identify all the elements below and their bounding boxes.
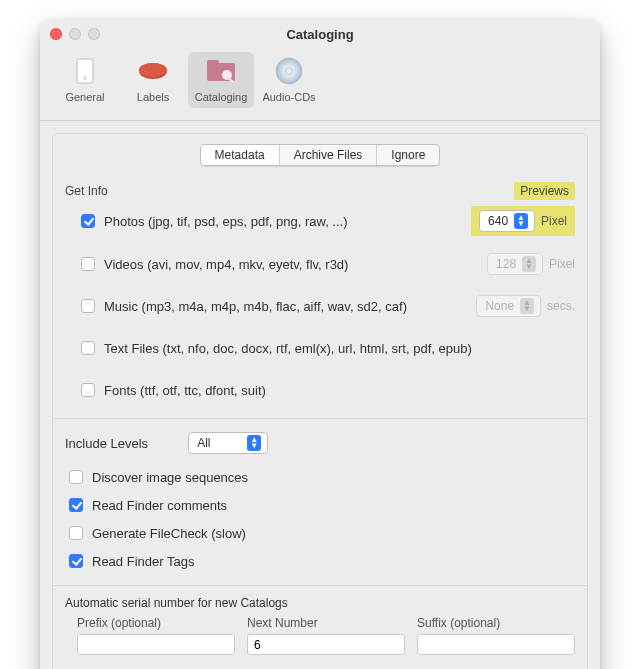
divider: [53, 418, 587, 419]
svg-point-3: [139, 63, 167, 77]
discover-sequences-checkbox[interactable]: Discover image sequences: [65, 467, 248, 487]
get-info-section: Get Info Previews Photos (jpg, tif, psd,…: [65, 178, 575, 404]
toolbar-cataloging[interactable]: Cataloging: [188, 52, 254, 108]
window-controls: [50, 28, 100, 40]
tab-archive[interactable]: Archive Files: [280, 145, 378, 165]
text-checkbox-input[interactable]: [81, 341, 95, 355]
serial-prefix-input[interactable]: [77, 634, 235, 655]
photos-unit: Pixel: [541, 214, 567, 228]
discover-sequences-input[interactable]: [69, 470, 83, 484]
toolbar-audio[interactable]: Audio-CDs: [256, 52, 322, 108]
fonts-checkbox-input[interactable]: [81, 383, 95, 397]
get-info-header: Get Info: [65, 184, 108, 198]
sub-tabs: Metadata Archive Files Ignore: [65, 144, 575, 166]
serial-next-input[interactable]: [247, 634, 405, 655]
discover-sequences-label: Discover image sequences: [92, 470, 248, 485]
stepper-arrows-icon: ▲▼: [514, 213, 528, 229]
preferences-window: Cataloging General Labels Cataloging Aud…: [40, 20, 600, 669]
previews-header: Previews: [520, 184, 569, 198]
music-unit: secs.: [547, 299, 575, 313]
general-icon: [69, 55, 101, 87]
toolbar-general-label: General: [65, 91, 104, 103]
svg-point-1: [83, 76, 87, 80]
filecheck-input[interactable]: [69, 526, 83, 540]
photos-label: Photos (jpg, tif, psd, eps, pdf, png, ra…: [104, 214, 348, 229]
select-arrows-icon: ▲▼: [520, 298, 534, 314]
serial-next-label: Next Number: [247, 616, 405, 630]
titlebar: Cataloging: [40, 20, 600, 48]
photos-preview-value: 640: [488, 214, 508, 228]
tab-metadata[interactable]: Metadata: [201, 145, 280, 165]
include-levels-value: All: [197, 436, 210, 450]
labels-icon: [137, 55, 169, 87]
photos-checkbox-input[interactable]: [81, 214, 95, 228]
serial-suffix-label: Suffix (optional): [417, 616, 575, 630]
preferences-toolbar: General Labels Cataloging Audio-CDs: [40, 48, 600, 121]
minimize-window-button[interactable]: [69, 28, 81, 40]
window-title: Cataloging: [40, 27, 600, 42]
fonts-label: Fonts (ttf, otf, ttc, dfont, suit): [104, 383, 266, 398]
text-label: Text Files (txt, nfo, doc, docx, rtf, em…: [104, 341, 472, 356]
read-comments-checkbox[interactable]: Read Finder comments: [65, 495, 227, 515]
videos-preview-value: 128: [496, 257, 516, 271]
videos-checkbox[interactable]: Videos (avi, mov, mp4, mkv, eyetv, flv, …: [77, 254, 348, 274]
include-levels-label: Include Levels: [65, 436, 148, 451]
serial-suffix-input[interactable]: [417, 634, 575, 655]
read-tags-label: Read Finder Tags: [92, 554, 194, 569]
tab-ignore[interactable]: Ignore: [377, 145, 439, 165]
disc-icon: [273, 55, 305, 87]
read-tags-input[interactable]: [69, 554, 83, 568]
svg-point-9: [286, 68, 293, 75]
content-inset: Metadata Archive Files Ignore Get Info P…: [52, 133, 588, 669]
videos-label: Videos (avi, mov, mp4, mkv, eyetv, flv, …: [104, 257, 348, 272]
videos-unit: Pixel: [549, 257, 575, 271]
svg-rect-5: [207, 60, 219, 66]
close-window-button[interactable]: [50, 28, 62, 40]
cataloging-icon: [205, 55, 237, 87]
music-preview-value: None: [485, 299, 514, 313]
body-panel: Metadata Archive Files Ignore Get Info P…: [40, 121, 600, 669]
filecheck-label: Generate FileCheck (slow): [92, 526, 246, 541]
photos-checkbox[interactable]: Photos (jpg, tif, psd, eps, pdf, png, ra…: [77, 211, 348, 231]
read-comments-input[interactable]: [69, 498, 83, 512]
toolbar-labels[interactable]: Labels: [120, 52, 186, 108]
read-comments-label: Read Finder comments: [92, 498, 227, 513]
toolbar-labels-label: Labels: [137, 91, 169, 103]
videos-checkbox-input[interactable]: [81, 257, 95, 271]
zoom-window-button[interactable]: [88, 28, 100, 40]
read-tags-checkbox[interactable]: Read Finder Tags: [65, 551, 194, 571]
serial-prefix-label: Prefix (optional): [77, 616, 235, 630]
stepper-arrows-icon: ▲▼: [522, 256, 536, 272]
music-checkbox-input[interactable]: [81, 299, 95, 313]
toolbar-audio-label: Audio-CDs: [262, 91, 315, 103]
music-preview-select: None ▲▼: [476, 295, 541, 317]
photos-preview-size[interactable]: 640 ▲▼: [479, 210, 535, 232]
music-label: Music (mp3, m4a, m4p, m4b, flac, aiff, w…: [104, 299, 407, 314]
divider: [53, 585, 587, 586]
videos-preview-size: 128 ▲▼: [487, 253, 543, 275]
serial-section: Automatic serial number for new Catalogs…: [65, 596, 575, 655]
filecheck-checkbox[interactable]: Generate FileCheck (slow): [65, 523, 246, 543]
serial-header: Automatic serial number for new Catalogs: [65, 596, 575, 610]
include-levels-select[interactable]: All ▲▼: [188, 432, 268, 454]
fonts-checkbox[interactable]: Fonts (ttf, otf, ttc, dfont, suit): [77, 380, 266, 400]
toolbar-cataloging-label: Cataloging: [195, 91, 248, 103]
toolbar-general[interactable]: General: [52, 52, 118, 108]
select-arrows-icon: ▲▼: [247, 435, 261, 451]
music-checkbox[interactable]: Music (mp3, m4a, m4p, m4b, flac, aiff, w…: [77, 296, 407, 316]
text-checkbox[interactable]: Text Files (txt, nfo, doc, docx, rtf, em…: [77, 338, 472, 358]
